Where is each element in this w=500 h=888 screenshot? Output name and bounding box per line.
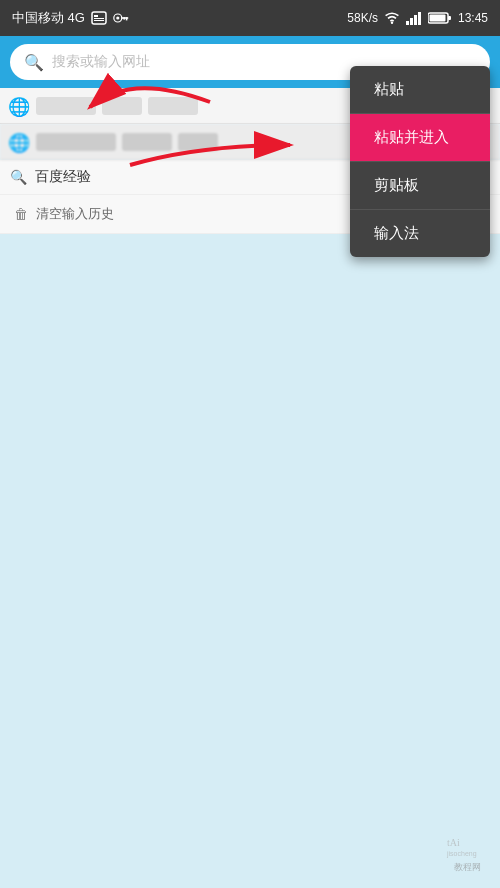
svg-rect-8 [123,17,125,19]
tab-block-b2 [122,133,172,151]
status-bar: 中国移动 4G 58K/s [0,0,500,36]
svg-point-9 [391,22,393,24]
quick-search-icon: 🔍 [10,169,27,185]
carrier-text: 中国移动 4G [12,9,85,27]
signal-icon [406,11,422,25]
tab-block-b1 [36,133,116,151]
svg-rect-16 [429,15,445,22]
svg-rect-13 [418,12,421,25]
svg-rect-1 [94,15,98,17]
clear-history-text: 清空输入历史 [36,205,114,223]
menu-item-clipboard[interactable]: 剪贴板 [350,162,490,210]
watermark-text: 教程网 [454,861,481,874]
watermark: tAi jisocheng 教程网 [445,826,490,874]
tab-block-1[interactable] [36,97,96,115]
tab-block-3[interactable] [148,97,198,115]
search-icon: 🔍 [24,53,44,72]
menu-item-paste[interactable]: 粘贴 [350,66,490,114]
main-content [0,234,500,888]
time-text: 13:45 [458,11,488,25]
status-right: 58K/s 13:45 [347,11,488,25]
svg-rect-7 [126,17,128,20]
svg-text:tAi: tAi [447,837,460,848]
svg-point-5 [116,16,119,19]
menu-item-paste-go[interactable]: 粘贴并进入 [350,114,490,162]
svg-rect-12 [414,15,417,25]
globe-icon: 🌐 [8,96,28,116]
context-menu: 粘贴 粘贴并进入 剪贴板 输入法 [350,66,490,257]
svg-rect-10 [406,21,409,25]
quick-text: 百度经验 [35,168,91,186]
globe-icon-2: 🌐 [8,132,28,152]
search-placeholder: 搜索或输入网址 [52,53,150,71]
menu-item-input-method[interactable]: 输入法 [350,210,490,257]
sim-icon [91,11,107,25]
speed-text: 58K/s [347,11,378,25]
tab-block-b3 [178,133,218,151]
wifi-icon [384,11,400,25]
battery-icon [428,11,452,25]
watermark-logo: tAi jisocheng [445,826,490,861]
svg-rect-3 [94,20,104,21]
trash-icon: 🗑 [14,206,28,222]
status-left: 中国移动 4G [12,9,129,27]
svg-rect-2 [94,18,104,19]
svg-text:jisocheng: jisocheng [446,850,477,858]
tab-block-2[interactable] [102,97,142,115]
svg-rect-15 [448,16,451,20]
key-icon [113,12,129,24]
svg-rect-11 [410,18,413,25]
